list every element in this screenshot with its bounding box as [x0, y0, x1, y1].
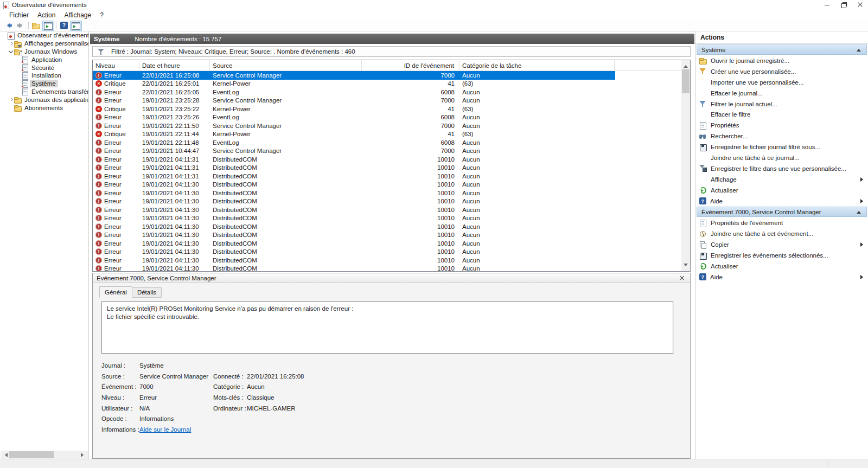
scroll-up-icon[interactable]	[681, 60, 690, 69]
event-row[interactable]: !Erreur19/01/2021 23:25:26EventLog6008Au…	[93, 113, 615, 122]
no-icon	[699, 154, 707, 161]
events-vertical-scrollbar[interactable]	[681, 60, 690, 271]
scroll-right-icon[interactable]	[80, 451, 88, 459]
menu-item-2[interactable]: Affichage	[60, 11, 95, 20]
event-row[interactable]: !Erreur19/01/2021 04:11:30DistributedCOM…	[93, 214, 615, 223]
event-row[interactable]: ×Critique19/01/2021 23:25:22Kernel-Power…	[93, 105, 615, 113]
open-saved-log-button[interactable]	[30, 21, 42, 31]
action-item-0-10[interactable]: Enregistrer le filtre dans une vue perso…	[695, 163, 868, 174]
sidebar-item-abonnements[interactable]: Abonnements	[0, 104, 88, 112]
sidebar-item-systeme[interactable]: Système	[0, 80, 88, 88]
menu-item-0[interactable]: Fichier	[5, 11, 33, 20]
close-button[interactable]	[852, 0, 868, 10]
field-value: Système	[139, 362, 213, 369]
action-item-0-2[interactable]: Importer une vue personnalisée...	[695, 77, 868, 88]
sidebar-item-evenements-transferes[interactable]: Événements transférés	[0, 88, 88, 96]
menu-item-1[interactable]: Action	[33, 11, 60, 20]
event-row[interactable]: !Erreur19/01/2021 04:11:30DistributedCOM…	[93, 239, 615, 248]
action-section-header-1[interactable]: Événement 7000, Service Control Manager	[697, 207, 867, 217]
event-row[interactable]: !Erreur19/01/2021 22:11:50Service Contro…	[93, 121, 615, 130]
minimize-button[interactable]	[819, 0, 835, 10]
event-row[interactable]: !Erreur19/01/2021 04:11:30DistributedCOM…	[93, 248, 615, 257]
sidebar-item-journaux-windows[interactable]: Journaux Windows	[0, 48, 88, 56]
expander-expanded-icon[interactable]	[8, 48, 14, 54]
expander-collapsed-icon[interactable]	[8, 41, 14, 47]
action-item-0-3[interactable]: Effacer le journal...	[695, 88, 868, 99]
event-row[interactable]: !Erreur19/01/2021 04:11:30DistributedCOM…	[93, 181, 615, 189]
column-header-2[interactable]: Source	[210, 60, 362, 70]
scrollbar-thumb[interactable]	[682, 69, 690, 93]
event-row[interactable]: ×Critique19/01/2021 22:11:44Kernel-Power…	[93, 130, 615, 139]
action-item-0-12[interactable]: Actualiser	[695, 185, 868, 196]
action-item-0-13[interactable]: Aide	[695, 196, 868, 207]
scrollbar-thumb[interactable]	[9, 451, 54, 458]
action-item-1-3[interactable]: Enregistrer les événements sélectionnés.…	[695, 250, 868, 261]
action-item-1-0[interactable]: Propriétés de l'événement	[695, 217, 868, 228]
event-row[interactable]: !Erreur19/01/2021 10:44:47Service Contro…	[93, 147, 615, 156]
action-item-0-1[interactable]: Créer une vue personnalisée...	[695, 66, 868, 77]
folder-open-icon	[32, 21, 41, 30]
collapse-arrow-icon[interactable]	[857, 211, 861, 214]
action-item-0-11[interactable]: Affichage	[695, 174, 868, 185]
sidebar-item-journaux-applications[interactable]: Journaux des applications et	[0, 95, 88, 104]
event-row[interactable]: !Erreur19/01/2021 04:11:30DistributedCOM…	[93, 206, 615, 214]
sidebar-item-root[interactable]: Observateur d'événements (Loc	[0, 31, 88, 40]
action-item-0-0[interactable]: Ouvrir le journal enregistré...	[695, 55, 868, 66]
action-item-1-2[interactable]: Copier	[695, 239, 868, 250]
event-row[interactable]: !Erreur19/01/2021 23:25:28Service Contro…	[93, 97, 615, 105]
action-section-header-0[interactable]: Système	[697, 44, 867, 55]
action-item-1-5[interactable]: Aide	[695, 272, 868, 283]
event-row[interactable]: !Erreur19/01/2021 22:11:48EventLog6008Au…	[93, 138, 615, 147]
forward-button[interactable]	[15, 21, 27, 31]
scroll-down-icon[interactable]	[681, 262, 690, 271]
action-item-0-5[interactable]: Effacer le filtre	[695, 109, 868, 120]
log-red-icon	[21, 64, 29, 71]
action-item-0-8[interactable]: Enregistrer le fichier journal filtré so…	[695, 142, 868, 152]
column-header-0[interactable]: Niveau	[93, 60, 139, 70]
scroll-left-icon[interactable]	[1, 451, 9, 459]
action-item-0-6[interactable]: Propriétés	[695, 120, 868, 131]
restore-button[interactable]	[835, 0, 852, 10]
help-button[interactable]	[58, 21, 70, 31]
red-dot	[21, 69, 24, 72]
action-item-0-9[interactable]: Joindre une tâche à ce journal...	[695, 152, 868, 163]
sidebar-item-securite[interactable]: Sécurité	[0, 63, 88, 72]
action-item-1-1[interactable]: Joindre une tâche à cet événement...	[695, 228, 868, 239]
column-header-1[interactable]: Date et heure	[139, 60, 210, 70]
collapse-arrow-icon[interactable]	[857, 49, 861, 52]
event-row[interactable]: !Erreur19/01/2021 04:11:30DistributedCOM…	[93, 265, 615, 272]
tab-general[interactable]: Général	[99, 286, 132, 298]
close-detail-icon[interactable]	[678, 274, 686, 282]
event-row[interactable]: !Erreur19/01/2021 04:11:31DistributedCOM…	[93, 155, 615, 164]
event-row[interactable]: !Erreur22/01/2021 16:25:08Service Contro…	[93, 71, 615, 80]
tree-horizontal-scrollbar[interactable]	[1, 451, 88, 459]
event-row[interactable]: ×Critique22/01/2021 16:25:01Kernel-Power…	[93, 80, 615, 88]
column-header-3[interactable]: ID de l'événement	[362, 60, 459, 70]
cat-cell: Aucun	[459, 139, 615, 146]
event-row[interactable]: !Erreur19/01/2021 04:11:30DistributedCOM…	[93, 197, 615, 206]
sidebar-item-application[interactable]: Application	[0, 55, 88, 63]
event-row[interactable]: !Erreur22/01/2021 16:25:05EventLog6008Au…	[93, 88, 615, 97]
sidebar-item-installation[interactable]: Installation	[0, 72, 88, 80]
tab-details[interactable]: Détails	[132, 287, 162, 298]
action-item-1-4[interactable]: Actualiser	[695, 261, 868, 272]
event-row[interactable]: !Erreur19/01/2021 04:11:31DistributedCOM…	[93, 172, 615, 181]
event-row[interactable]: !Erreur19/01/2021 04:11:30DistributedCOM…	[93, 231, 615, 240]
column-header-4[interactable]: Catégorie de la tâche	[459, 60, 615, 70]
sidebar-item-affichages-personnalises[interactable]: Affichages personnalisés	[0, 40, 88, 48]
back-button[interactable]	[3, 21, 15, 31]
menu-item-3[interactable]: ?	[95, 11, 108, 20]
action-item-0-7[interactable]: Rechercher...	[695, 131, 868, 142]
event-row[interactable]: !Erreur19/01/2021 04:11:31DistributedCOM…	[93, 164, 615, 172]
help-icon	[699, 197, 706, 204]
action-label: Effacer le filtre	[711, 111, 750, 118]
error-icon: !	[95, 215, 102, 221]
action-item-0-4[interactable]: Filtrer le journal actuel...	[695, 99, 868, 110]
journal-help-link[interactable]: Aide sur le Journal	[139, 426, 213, 433]
console-tree-toggle-button[interactable]	[42, 21, 54, 31]
expander-collapsed-icon[interactable]	[8, 97, 14, 102]
event-row[interactable]: !Erreur19/01/2021 04:11:30DistributedCOM…	[93, 222, 615, 231]
event-row[interactable]: !Erreur19/01/2021 04:11:30DistributedCOM…	[93, 256, 615, 265]
event-row[interactable]: !Erreur19/01/2021 04:11:30DistributedCOM…	[93, 189, 615, 197]
action-pane-toggle-button[interactable]	[70, 21, 82, 31]
